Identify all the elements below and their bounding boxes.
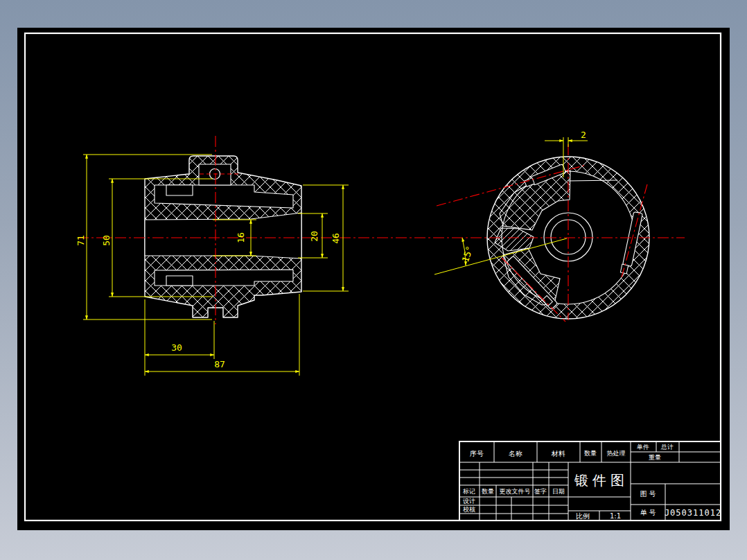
dim-overall-height: 71 <box>76 235 86 246</box>
title-block: 序号 名称 材料 数量 热处理 单件 总计 重量 标记 数量 更改文件号 签字 … <box>459 441 721 520</box>
col-name: 名称 <box>509 450 522 457</box>
part-no-value: J050311012 <box>665 508 721 518</box>
fig-no-label: 图 号 <box>640 490 656 498</box>
lower-left-recess <box>166 276 193 286</box>
dim-overall-length: 87 <box>214 359 225 369</box>
col-quantity: 数量 <box>584 450 597 457</box>
cad-drawing-canvas[interactable]: 71 50 16 20 46 30 87 2 15° <box>0 0 747 560</box>
sig-quantity: 数量 <box>482 488 494 495</box>
sig-mark: 标记 <box>462 488 475 495</box>
dim-bore-right: 20 <box>309 231 319 242</box>
dim-flange-height: 50 <box>101 235 112 246</box>
col-weight: 重量 <box>649 454 661 461</box>
sig-date: 日期 <box>552 488 565 495</box>
upper-left-recess <box>166 185 193 195</box>
dim-bore-left: 16 <box>236 232 246 243</box>
sig-change-doc-no: 更改文件号 <box>500 488 531 495</box>
drawing-title: 锻件图 <box>574 472 629 489</box>
front-section-view <box>145 156 301 317</box>
dim-boss-offset: 30 <box>171 342 182 353</box>
col-unit-piece: 单件 <box>637 444 649 450</box>
sig-signature: 签字 <box>534 488 547 495</box>
sig-design: 设计 <box>463 498 475 505</box>
col-total: 总计 <box>660 444 674 450</box>
col-serial-no: 序号 <box>470 450 484 457</box>
dim-slot-offset: 2 <box>581 130 586 140</box>
col-material: 材料 <box>551 450 565 457</box>
col-heat-treatment: 热处理 <box>607 450 626 457</box>
cad-viewport[interactable]: 71 50 16 20 46 30 87 2 15° <box>0 0 747 560</box>
dim-right-face-height: 46 <box>331 233 341 244</box>
scale-value: 1:1 <box>610 512 621 520</box>
part-no-label: 单 号 <box>640 509 656 516</box>
sig-check: 校核 <box>463 506 475 513</box>
scale-label: 比例 <box>576 512 590 520</box>
